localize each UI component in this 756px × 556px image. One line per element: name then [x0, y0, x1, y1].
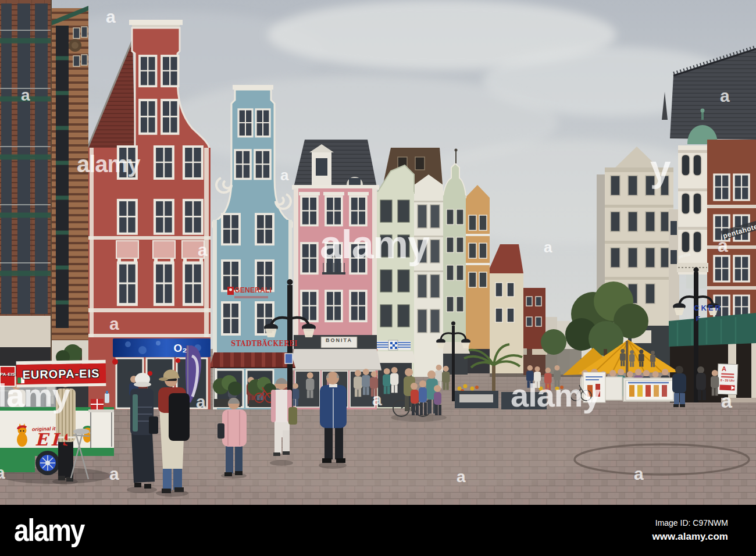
stock-photo-page: EUROPA-EIS PA-EIS original it EIS O₂ GEN… [0, 0, 756, 556]
alamy-logo: alamy [14, 512, 84, 548]
image-id-text: Image ID: C97NWM [652, 518, 728, 528]
bakery-awning [209, 352, 295, 368]
alamy-footer-bar: alamy Image ID: C97NWM www.alamy.com [0, 505, 756, 556]
cocktail-banner [626, 380, 673, 400]
drinks-poster [583, 372, 605, 402]
advertising-board [717, 363, 738, 394]
blue-striped-shop-sign [375, 340, 411, 350]
building-pink-bonita [290, 140, 381, 409]
building-modern-brick [0, 0, 51, 408]
building-cream-gable [487, 244, 523, 373]
alamy-url-text: www.alamy.com [652, 531, 728, 543]
building-pentahotel [662, 47, 756, 402]
europa-eis-banner [16, 360, 106, 388]
dormer [309, 144, 334, 185]
pink-panels [116, 241, 204, 258]
bonita-awning [290, 349, 381, 370]
photo-scene [0, 0, 756, 505]
europa-eis-banner-end [0, 366, 15, 386]
